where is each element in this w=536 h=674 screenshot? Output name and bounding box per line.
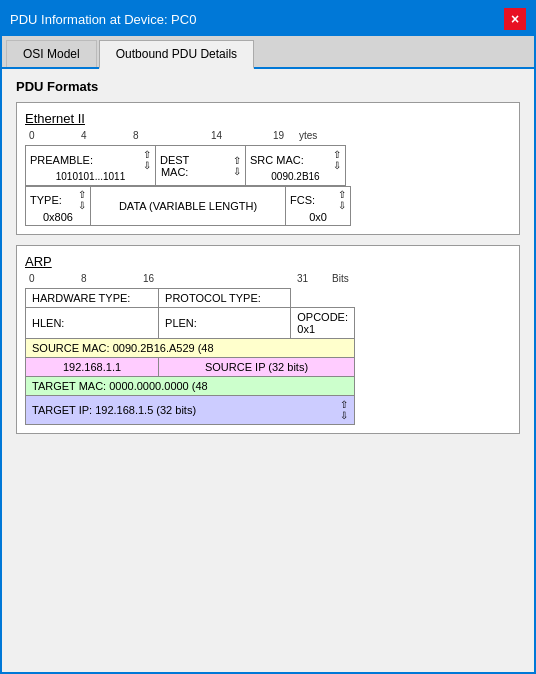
ethernet-row2: TYPE: ⇧⇩ 0x806 DATA (VARIABLE LENGTH) FC… — [25, 186, 351, 226]
ethernet-row1: PREAMBLE: ⇧⇩ 1010101...1011 DESTMAC: ⇧⇩ — [25, 145, 346, 186]
data-label: DATA (VARIABLE LENGTH) — [119, 200, 257, 212]
ruler-mark-14: 14 — [211, 130, 222, 141]
main-window: PDU Information at Device: PC0 × OSI Mod… — [0, 0, 536, 674]
arp-box: ARP 0 8 16 31 Bits HARDWARE TYPE: PROTOC… — [16, 245, 520, 434]
arp-table: HARDWARE TYPE: PROTOCOL TYPE: HLEN: PLEN… — [25, 288, 355, 425]
target-mac-cell: TARGET MAC: 0000.0000.0000 (48 — [26, 377, 355, 396]
arp-row-3: SOURCE MAC: 0090.2B16.A529 (48 — [26, 339, 355, 358]
arp-row-4: 192.168.1.1 SOURCE IP (32 bits) — [26, 358, 355, 377]
ethernet-box: Ethernet II 0 4 8 14 19 ytes PREAMBLE: ⇧… — [16, 102, 520, 235]
ruler-mark-8: 8 — [133, 130, 139, 141]
target-ip-cell: TARGET IP: 192.168.1.5 (32 bits) ⇧⇩ — [26, 396, 355, 425]
protocol-type-cell: PROTOCOL TYPE: — [159, 289, 291, 308]
srcmac-cell: SRC MAC: ⇧⇩ 0090.2B16 — [246, 146, 346, 186]
arp-row-5: TARGET MAC: 0000.0000.0000 (48 — [26, 377, 355, 396]
type-cell: TYPE: ⇧⇩ 0x806 — [26, 187, 91, 226]
arp-row-1: HARDWARE TYPE: PROTOCOL TYPE: — [26, 289, 355, 308]
ethernet-label: Ethernet II — [25, 111, 85, 126]
ethernet-ruler: 0 4 8 14 19 ytes — [27, 130, 511, 144]
arp-ruler-0: 0 — [29, 273, 35, 284]
source-ip-left-cell: 192.168.1.1 — [26, 358, 159, 377]
content-area: PDU Formats Ethernet II 0 4 8 14 19 ytes… — [2, 69, 534, 672]
ruler-mark-19: 19 — [273, 130, 284, 141]
window-title: PDU Information at Device: PC0 — [10, 12, 196, 27]
arp-ruler-31: 31 — [297, 273, 308, 284]
ruler-bytes: ytes — [299, 130, 317, 141]
opcode-cell: OPCODE: 0x1 — [291, 308, 355, 339]
close-button[interactable]: × — [504, 8, 526, 30]
fcs-cell: FCS: ⇧⇩ 0x0 — [286, 187, 351, 226]
arp-label: ARP — [25, 254, 52, 269]
dest-cell: DESTMAC: ⇧⇩ — [156, 146, 246, 186]
data-cell: DATA (VARIABLE LENGTH) — [91, 187, 286, 226]
tab-bar: OSI Model Outbound PDU Details — [2, 36, 534, 69]
arp-row-2: HLEN: PLEN: OPCODE: 0x1 — [26, 308, 355, 339]
arp-ruler: 0 8 16 31 Bits — [27, 273, 511, 287]
hlen-cell: HLEN: — [26, 308, 159, 339]
ruler-mark-4: 4 — [81, 130, 87, 141]
ruler-mark-0: 0 — [29, 130, 35, 141]
plen-cell: PLEN: — [159, 308, 291, 339]
hardware-type-cell: HARDWARE TYPE: — [26, 289, 159, 308]
arp-row-6: TARGET IP: 192.168.1.5 (32 bits) ⇧⇩ — [26, 396, 355, 425]
tab-outbound-pdu-details[interactable]: Outbound PDU Details — [99, 40, 254, 69]
section-title: PDU Formats — [16, 79, 520, 94]
source-mac-cell: SOURCE MAC: 0090.2B16.A529 (48 — [26, 339, 355, 358]
tab-osi-model[interactable]: OSI Model — [6, 40, 97, 67]
source-ip-right-cell: SOURCE IP (32 bits) — [159, 358, 355, 377]
arp-ruler-16: 16 — [143, 273, 154, 284]
arp-ruler-8: 8 — [81, 273, 87, 284]
preamble-cell: PREAMBLE: ⇧⇩ 1010101...1011 — [26, 146, 156, 186]
arp-ruler-bits: Bits — [332, 273, 349, 284]
title-bar: PDU Information at Device: PC0 × — [2, 2, 534, 36]
